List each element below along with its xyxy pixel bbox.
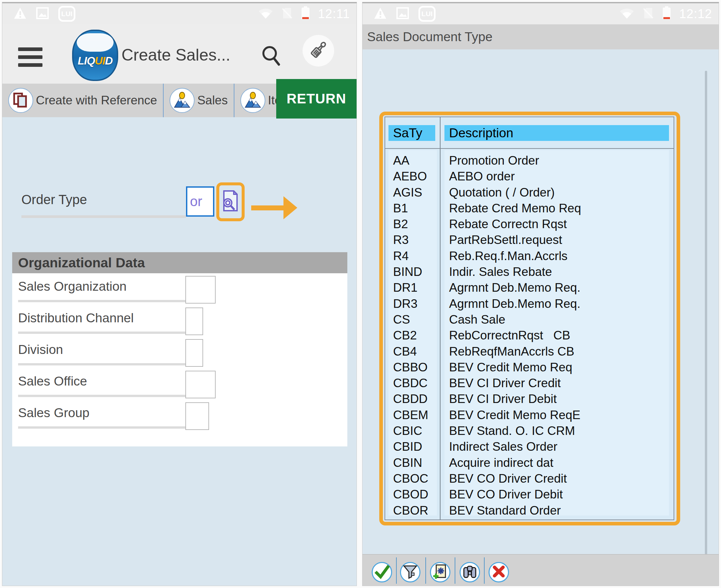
saty-code: BIND [393,264,422,280]
saty-code: CB4 [393,344,417,359]
saty-description: RebReqfManAccrls CB [449,344,574,359]
saty-description: BEV CI Driver Credit [449,375,561,391]
battery-low-icon [301,6,310,21]
screen-title: Sales Document Type [367,29,492,44]
cancel-x-icon [491,564,507,581]
table-row[interactable]: CBINAcquire indirect dat [385,455,674,471]
table-row[interactable]: AEBOAEBO order [385,169,674,184]
return-button[interactable]: RETURN [276,79,357,119]
field-input[interactable] [185,402,209,430]
table-row[interactable]: CB4RebReqfManAccrls CB [385,344,674,359]
saty-description: PartRebSettl.request [449,232,562,248]
saty-code: DR3 [393,296,418,312]
image-icon [36,7,49,21]
section-title: Organizational Data [18,255,145,271]
saty-description: BEV CO Driver Credit [449,471,567,487]
table-row[interactable]: AGISQuotation ( / Order) [385,185,674,201]
saty-description: Reb.Req.f.Man.Accrls [449,248,568,264]
no-sim-icon [281,7,293,21]
saty-code: CBOC [393,471,428,487]
saty-code: R4 [393,248,408,264]
warning-icon [374,7,387,21]
table-row[interactable]: CBODBEV CO Driver Debit [385,487,674,502]
create-with-reference-button[interactable]: Create with Reference [2,84,164,117]
field-label: Sales Group [18,406,89,420]
field-underline [18,426,185,429]
saty-description: BEV CO Driver Debit [449,487,563,502]
screenshot-canvas: LUI 12:11 LIQUID Create Sales... [0,0,721,588]
saty-code: CBID [393,439,422,455]
saty-code: CBIC [393,423,422,439]
saty-description: Rebate Cred Memo Req [449,201,581,216]
table-row[interactable]: CBIDIndirect Sales Order [385,439,674,455]
mountain-photo-icon [170,88,195,113]
saty-description: Acquire indirect dat [449,455,553,471]
org-field-row: Division [12,336,347,368]
table-row[interactable]: CBORBEV Standard Order [385,503,674,519]
mountain-photo-icon [240,88,266,113]
right-footer-toolbar [362,554,719,586]
saty-code: CBOD [393,487,428,502]
sales-button[interactable]: Sales [164,84,234,117]
toolbar-divider [455,558,455,584]
saty-description: RebCorrectnRqst CB [449,328,570,343]
saty-code: B1 [393,201,408,216]
liquid-ui-badge: LUI [58,6,76,22]
saty-description: Rebate Correctn Rqst [449,216,567,232]
scrollbar[interactable] [705,71,707,558]
table-row[interactable]: CBICBEV Stand. O. IC CRM [385,423,674,439]
table-row[interactable]: CSCash Sale [385,312,674,328]
confirm-button[interactable] [372,562,392,582]
table-row[interactable]: BINDIndir. Sales Rebate [385,264,674,280]
saty-description: BEV Stand. O. IC CRM [449,423,575,439]
spatula-icon [308,40,329,62]
order-type-input[interactable] [186,186,214,217]
cancel-button[interactable] [489,562,509,582]
saty-description: Agrmnt Deb.Memo Req. [449,296,580,312]
copy-pages-icon [8,88,33,113]
saty-code: R3 [393,232,408,248]
field-input[interactable] [185,276,216,303]
sales-document-type-table: SaTy Description AAPromotion OrderAEBOAE… [384,117,674,520]
liquid-app-logo: LIQUID [72,29,118,81]
table-row[interactable]: R3PartRebSettl.request [385,232,674,248]
table-row[interactable]: DR1Agrmnt Deb.Memo Req. [385,280,674,296]
column-header-saty[interactable]: SaTy [388,125,435,141]
field-input[interactable] [185,308,203,335]
saty-description: BEV Credit Memo ReqE [449,407,580,423]
order-type-lookup-button[interactable] [216,182,245,221]
no-sim-icon [642,7,654,21]
table-row[interactable]: B1Rebate Cred Memo Req [385,201,674,216]
spatula-tool-button[interactable] [302,35,334,66]
find-button[interactable] [460,562,480,582]
table-row[interactable]: CBDDBEV CI Driver Debit [385,391,674,407]
toolbar-divider [425,558,426,584]
column-header-description[interactable]: Description [444,125,669,141]
clock: 12:12 [679,7,712,21]
table-row[interactable]: CBBOBEV Credit Memo Req [385,359,674,375]
table-row[interactable]: R4Reb.Req.f.Man.Accrls [385,248,674,264]
filter-button[interactable] [400,562,420,582]
table-row[interactable]: CBDCBEV CI Driver Credit [385,375,674,391]
field-underline [18,395,185,397]
saty-description: BEV Standard Order [449,503,561,519]
saty-code: CB2 [393,328,417,343]
saty-code: AGIS [393,185,422,201]
create-new-item-button[interactable] [430,562,450,582]
search-icon[interactable] [260,44,282,68]
table-row[interactable]: CBEMBEV Credit Memo ReqE [385,407,674,423]
saty-code: CBIN [393,455,422,471]
field-underline [18,363,185,365]
menu-icon[interactable] [18,47,42,71]
org-field-row: Sales Office [12,368,347,400]
table-row[interactable]: AAPromotion Order [385,153,674,169]
table-row[interactable]: CBOCBEV CO Driver Credit [385,471,674,487]
table-row[interactable]: B2Rebate Correctn Rqst [385,216,674,232]
warning-icon [14,7,27,21]
saty-code: CBBO [393,359,428,375]
table-row[interactable]: DR3Agrmnt Deb.Memo Req. [385,296,674,312]
right-phone-screen: LUI 12:12 Sales Document Type [362,2,719,586]
field-input[interactable] [185,371,216,398]
field-input[interactable] [185,339,203,367]
table-row[interactable]: CB2RebCorrectnRqst CB [385,328,674,343]
